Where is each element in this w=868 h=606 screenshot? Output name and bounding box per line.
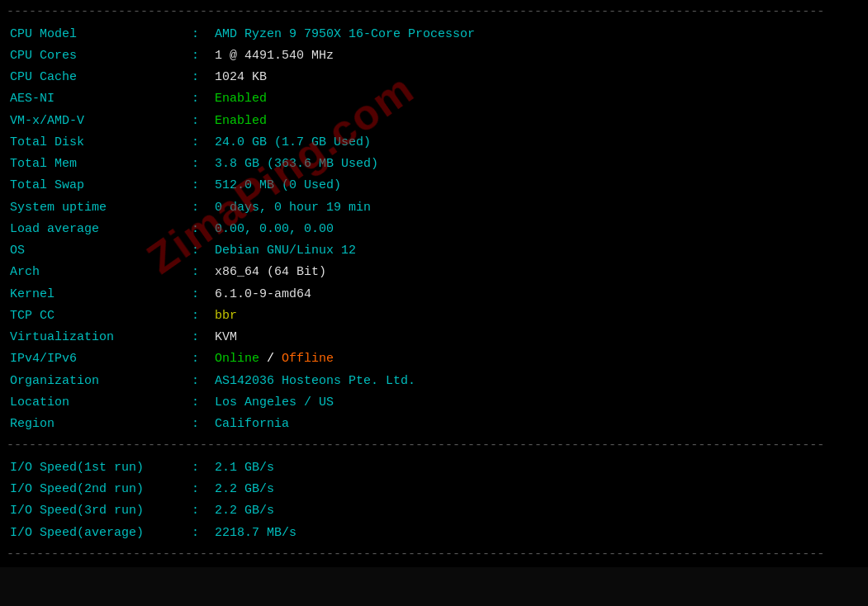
io-avg-value: 2218.7 MB/s	[215, 523, 296, 544]
virtualization-label: Virtualization	[10, 327, 192, 348]
vm-row: VM-x/AMD-V : Enabled	[10, 111, 858, 132]
cpu-cores-row: CPU Cores : 1 @ 4491.540 MHz	[10, 45, 858, 67]
cpu-cache-colon: :	[192, 67, 208, 88]
tcp-cc-row: TCP CC : bbr	[10, 305, 858, 327]
os-colon: :	[192, 240, 208, 262]
bottom-divider: ----------------------------------------…	[7, 546, 861, 565]
total-disk-colon: :	[192, 132, 208, 154]
kernel-colon: :	[192, 284, 208, 305]
arch-colon: :	[192, 262, 208, 283]
middle-divider: ----------------------------------------…	[7, 437, 861, 456]
io-avg-label: I/O Speed(average)	[10, 523, 192, 544]
system-uptime-colon: :	[192, 197, 208, 219]
ipv4-ipv6-label: IPv4/IPv6	[10, 348, 192, 370]
cpu-cores-label: CPU Cores	[10, 45, 192, 67]
total-swap-label: Total Swap	[10, 175, 192, 196]
cpu-model-row: CPU Model : AMD Ryzen 9 7950X 16-Core Pr…	[10, 24, 858, 45]
region-row: Region : California	[10, 414, 858, 435]
cpu-model-value: AMD Ryzen 9 7950X 16-Core Processor	[215, 24, 475, 45]
vm-label: VM-x/AMD-V	[10, 111, 192, 132]
tcp-cc-colon: :	[192, 305, 208, 327]
arch-row: Arch : x86_64 (64 Bit)	[10, 262, 858, 283]
virtualization-colon: :	[192, 327, 208, 348]
io-run1-value: 2.1 GB/s	[215, 457, 274, 479]
virtualization-value: KVM	[215, 327, 237, 348]
io-avg-colon: :	[192, 523, 208, 544]
location-label: Location	[10, 392, 192, 414]
io-run1-row: I/O Speed(1st run) : 2.1 GB/s	[10, 457, 858, 479]
total-mem-value: 3.8 GB (363.6 MB Used)	[215, 154, 378, 175]
vm-value: Enabled	[215, 111, 267, 132]
aes-ni-value: Enabled	[215, 88, 267, 110]
organization-value: AS142036 Hosteons Pte. Ltd.	[215, 371, 415, 392]
organization-colon: :	[192, 371, 208, 392]
os-label: OS	[10, 240, 192, 262]
region-colon: :	[192, 414, 208, 435]
cpu-cache-label: CPU Cache	[10, 67, 192, 88]
kernel-value: 6.1.0-9-amd64	[215, 284, 311, 305]
total-swap-colon: :	[192, 175, 208, 196]
tcp-cc-label: TCP CC	[10, 305, 192, 327]
load-average-value: 0.00, 0.00, 0.00	[215, 219, 334, 240]
top-divider: ----------------------------------------…	[7, 3, 861, 22]
total-disk-label: Total Disk	[10, 132, 192, 154]
io-run3-value: 2.2 GB/s	[215, 500, 274, 522]
load-average-label: Load average	[10, 219, 192, 240]
region-label: Region	[10, 414, 192, 435]
cpu-cache-value: 1024 KB	[215, 67, 267, 88]
location-row: Location : Los Angeles / US	[10, 392, 858, 414]
ip-slash: /	[259, 348, 282, 370]
cpu-cores-colon: :	[192, 45, 208, 67]
ipv6-value: Offline	[282, 348, 334, 370]
io-run1-label: I/O Speed(1st run)	[10, 457, 192, 479]
io-avg-row: I/O Speed(average) : 2218.7 MB/s	[10, 523, 858, 544]
cpu-cache-row: CPU Cache : 1024 KB	[10, 67, 858, 88]
io-speed-section: I/O Speed(1st run) : 2.1 GB/s I/O Speed(…	[7, 456, 861, 546]
cpu-model-label: CPU Model	[10, 24, 192, 45]
system-info-section: CPU Model : AMD Ryzen 9 7950X 16-Core Pr…	[7, 22, 861, 438]
tcp-cc-value: bbr	[215, 305, 237, 327]
io-run2-label: I/O Speed(2nd run)	[10, 479, 192, 500]
io-run3-label: I/O Speed(3rd run)	[10, 500, 192, 522]
total-swap-row: Total Swap : 512.0 MB (0 Used)	[10, 175, 858, 196]
system-uptime-row: System uptime : 0 days, 0 hour 19 min	[10, 197, 858, 219]
virtualization-row: Virtualization : KVM	[10, 327, 858, 348]
aes-ni-label: AES-NI	[10, 88, 192, 110]
ipv4-ipv6-row: IPv4/IPv6 : Online / Offline	[10, 348, 858, 370]
io-run3-colon: :	[192, 500, 208, 522]
organization-row: Organization : AS142036 Hosteons Pte. Lt…	[10, 371, 858, 392]
arch-value: x86_64 (64 Bit)	[215, 262, 326, 283]
aes-ni-colon: :	[192, 88, 208, 110]
io-run2-row: I/O Speed(2nd run) : 2.2 GB/s	[10, 479, 858, 500]
total-swap-value: 512.0 MB (0 Used)	[215, 175, 341, 196]
location-value: Los Angeles / US	[215, 392, 334, 414]
system-uptime-value: 0 days, 0 hour 19 min	[215, 197, 371, 219]
kernel-row: Kernel : 6.1.0-9-amd64	[10, 284, 858, 305]
kernel-label: Kernel	[10, 284, 192, 305]
region-value: California	[215, 414, 289, 435]
ipv4-value: Online	[215, 348, 259, 370]
io-run2-value: 2.2 GB/s	[215, 479, 274, 500]
arch-label: Arch	[10, 262, 192, 283]
organization-label: Organization	[10, 371, 192, 392]
io-run2-colon: :	[192, 479, 208, 500]
os-value: Debian GNU/Linux 12	[215, 240, 356, 262]
location-colon: :	[192, 392, 208, 414]
io-run1-colon: :	[192, 457, 208, 479]
terminal-window: ----------------------------------------…	[0, 0, 868, 567]
io-run3-row: I/O Speed(3rd run) : 2.2 GB/s	[10, 500, 858, 522]
total-disk-value: 24.0 GB (1.7 GB Used)	[215, 132, 371, 154]
cpu-cores-value: 1 @ 4491.540 MHz	[215, 45, 334, 67]
load-average-row: Load average : 0.00, 0.00, 0.00	[10, 219, 858, 240]
cpu-model-colon: :	[192, 24, 208, 45]
total-mem-colon: :	[192, 154, 208, 175]
aes-ni-row: AES-NI : Enabled	[10, 88, 858, 110]
total-mem-row: Total Mem : 3.8 GB (363.6 MB Used)	[10, 154, 858, 175]
vm-colon: :	[192, 111, 208, 132]
system-uptime-label: System uptime	[10, 197, 192, 219]
ipv4-ipv6-colon: :	[192, 348, 208, 370]
total-mem-label: Total Mem	[10, 154, 192, 175]
os-row: OS : Debian GNU/Linux 12	[10, 240, 858, 262]
total-disk-row: Total Disk : 24.0 GB (1.7 GB Used)	[10, 132, 858, 154]
load-average-colon: :	[192, 219, 208, 240]
